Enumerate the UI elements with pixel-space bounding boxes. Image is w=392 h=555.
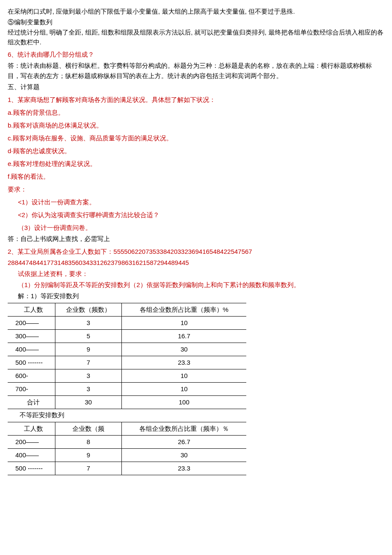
table-cell: 30: [121, 449, 246, 462]
table-cell: 300——: [8, 330, 55, 343]
question-1-req-3: （3）设计一份调查问卷。: [8, 223, 384, 233]
question-1-requirements: 要求：: [8, 184, 384, 195]
table-1-equal-distance: 工人数 企业数（频数） 各组企业数所占比重（频率）% 200—— 3 10 30…: [8, 303, 246, 409]
table-row: 300—— 5 16.7: [8, 330, 246, 343]
question-2-line-2: 2884474844177314835603433126237986316215…: [8, 258, 384, 268]
table-cell: 600-: [8, 369, 55, 383]
table-cell: 3: [55, 317, 121, 330]
table-header-col1: 工人数: [8, 422, 55, 436]
paragraph-3: 经过统计分组, 明确了全距, 组距, 组数和组限及组限表示方法以后, 就可以把变…: [8, 28, 384, 47]
table-cell: 23.3: [121, 356, 246, 369]
table-row: 合计 30 100: [8, 396, 246, 409]
table-cell: 7: [55, 462, 121, 475]
table-cell: 400——: [8, 343, 55, 356]
table-cell: 3: [55, 383, 121, 396]
question-2-sub: （1）分别编制等距及不等距的安排数列（2）依据等距数列编制向上和向下累计的频数和…: [8, 280, 384, 290]
table-row: 600- 3 10: [8, 369, 246, 383]
table-row: 700- 3 10: [8, 383, 246, 396]
table-row: 500 ------- 7 23.3: [8, 462, 246, 475]
table-cell: 合计: [8, 396, 55, 409]
table-cell: 10: [121, 369, 246, 383]
table-row: 200—— 3 10: [8, 317, 246, 330]
section-5-heading: 五、计算题: [8, 82, 384, 92]
table-cell: 30: [55, 396, 121, 409]
paragraph-1: 在采纳闭口式时, 应做到最小组的下限低于最小变量值, 最大组的上限高于最大变量值…: [8, 7, 384, 17]
question-1-b: b.顾客对该商场的总体满足状况。: [8, 120, 384, 131]
table-cell: 500 -------: [8, 356, 55, 369]
question-1-req-2: <2）你认为这项调查实行哪种调查方法比较合适？: [8, 210, 384, 220]
question-1-e: e.顾客对埋怨处理的满足状况。: [8, 159, 384, 169]
table-cell: 26.7: [121, 436, 246, 449]
answer-6: 答：统计表由标题、横行和纵栏。数字费料等部分构成的。标题分为三种：总标题是表的名…: [8, 61, 384, 81]
table-row: 工人数 企业数（频 各组企业数所占比重（频率）％: [8, 422, 246, 436]
question-2-requirement: 试依据上述资料，要求：: [8, 269, 384, 279]
question-2-solution: 解：1）等距安排数列: [8, 291, 384, 301]
table-cell: 700-: [8, 383, 55, 396]
table-row: 工人数 企业数（频数） 各组企业数所占比重（频率）%: [8, 303, 246, 317]
table-cell: 23.3: [121, 462, 246, 475]
table-cell: 200——: [8, 436, 55, 449]
table-row: 400—— 9 30: [8, 449, 246, 462]
question-1-answer: 答：自己上书或网上查找，必需写上: [8, 234, 384, 244]
paragraph-2: ⑤编制变量数列: [8, 17, 384, 27]
table-cell: 200——: [8, 317, 55, 330]
table-cell: 500 -------: [8, 462, 55, 475]
table-cell: 7: [55, 356, 121, 369]
table-cell: 16.7: [121, 330, 246, 343]
table-cell: 3: [55, 369, 121, 383]
table-cell: 5: [55, 330, 121, 343]
table-header-col2: 企业数（频: [55, 422, 121, 436]
question-1-intro: 1、某家商场想了解顾客对商场各方面的满足状况。具体想了解如下状况：: [8, 95, 384, 105]
table-cell: 9: [55, 449, 121, 462]
table-header-col3: 各组企业数所占比重（频率）％: [121, 422, 246, 436]
table-2-caption: 不等距安排数列: [20, 410, 384, 420]
table-cell: 100: [121, 396, 246, 409]
table-cell: 9: [55, 343, 121, 356]
table-row: 400—— 9 30: [8, 343, 246, 356]
table-header-col1: 工人数: [8, 303, 55, 317]
table-row: 200—— 8 26.7: [8, 436, 246, 449]
table-cell: 10: [121, 317, 246, 330]
table-cell: 30: [121, 343, 246, 356]
question-1-a: a.顾客的背景信息。: [8, 108, 384, 118]
table-cell: 10: [121, 383, 246, 396]
question-6: 6、统计表由哪几个部分组成？: [8, 49, 384, 60]
question-2-line-1: 2、某工业局所属各企业工人数如下：55550622073533842033236…: [8, 247, 384, 257]
table-cell: 400——: [8, 449, 55, 462]
table-header-col2: 企业数（频数）: [55, 303, 121, 317]
question-1-f: f.顾客的看法。: [8, 171, 384, 182]
question-1-d: d·顾客的忠诚度状况。: [8, 146, 384, 156]
table-row: 500 ------- 7 23.3: [8, 356, 246, 369]
table-header-col3: 各组企业数所占比重（频率）%: [121, 303, 246, 317]
question-1-c: c.顾客对商场在服务、设施、商品质量等方面的满足状况。: [8, 133, 384, 143]
question-1-req-1: <1）设计出一份调查方案。: [8, 197, 384, 207]
table-cell: 8: [55, 436, 121, 449]
table-2-unequal-distance: 工人数 企业数（频 各组企业数所占比重（频率）％ 200—— 8 26.7 40…: [8, 422, 246, 475]
